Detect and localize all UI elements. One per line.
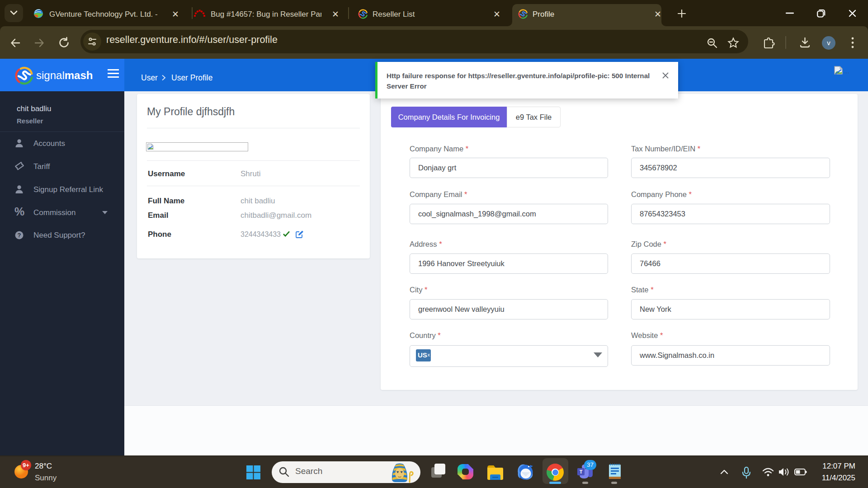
svg-text:T: T [580,469,583,474]
svg-text:?: ? [18,232,21,239]
